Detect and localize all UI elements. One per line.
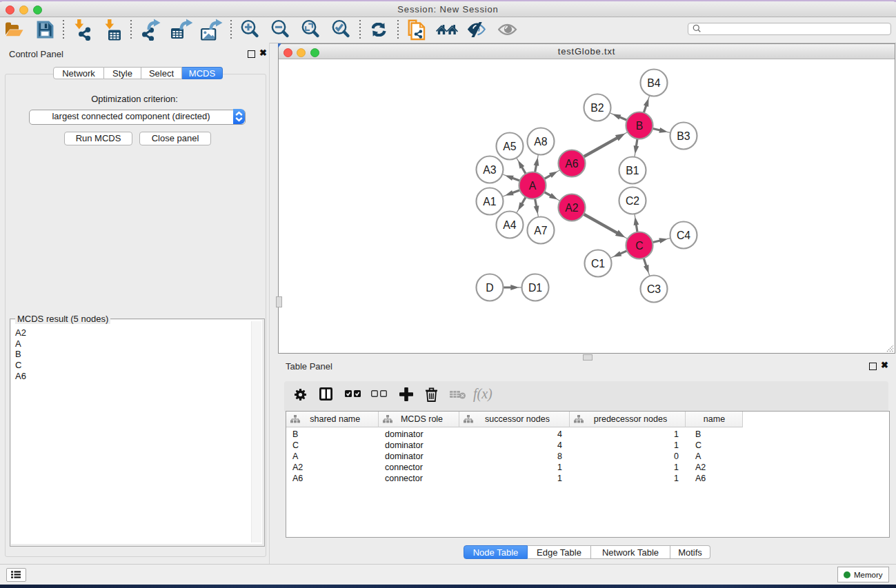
svg-text:D: D [486, 282, 493, 294]
svg-text:B2: B2 [590, 102, 604, 114]
svg-text:A1: A1 [483, 196, 497, 207]
svg-text:A8: A8 [534, 136, 548, 148]
svg-text:B: B [636, 120, 644, 132]
svg-text:C: C [635, 240, 643, 252]
svg-text:A3: A3 [483, 164, 497, 176]
svg-text:B3: B3 [677, 130, 690, 142]
svg-text:A6: A6 [565, 158, 579, 170]
svg-text:A2: A2 [565, 202, 578, 214]
svg-text:D1: D1 [528, 282, 542, 294]
svg-text:A7: A7 [534, 225, 547, 236]
svg-text:C1: C1 [591, 258, 605, 270]
svg-text:B1: B1 [626, 165, 639, 176]
svg-text:C4: C4 [677, 230, 690, 241]
svg-text:C2: C2 [626, 195, 639, 207]
svg-text:C3: C3 [647, 283, 661, 295]
svg-text:A5: A5 [503, 141, 517, 152]
svg-text:A4: A4 [503, 219, 517, 231]
svg-text:A: A [529, 180, 537, 192]
svg-text:B4: B4 [647, 77, 661, 89]
